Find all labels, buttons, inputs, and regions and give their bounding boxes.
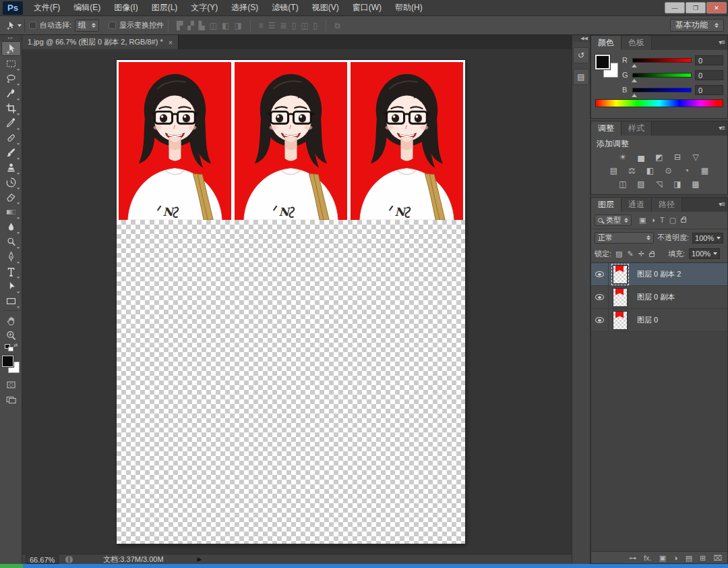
delete-layer-icon[interactable]: ⌧ (713, 552, 722, 563)
tab-styles[interactable]: 样式 (621, 121, 652, 136)
screen-mode-button[interactable] (1, 392, 21, 407)
blur-tool[interactable] (1, 219, 21, 234)
restore-button[interactable]: ❐ (686, 2, 706, 13)
opacity-field[interactable]: 100% (692, 233, 723, 244)
foreground-color-swatch[interactable] (2, 356, 13, 367)
vibrance-icon[interactable]: ▽ (690, 152, 702, 163)
auto-select-checkbox[interactable] (29, 22, 36, 29)
tab-color[interactable]: 颜色 (591, 36, 621, 50)
auto-select-dropdown[interactable]: 组 (75, 20, 99, 32)
distribute-right-icon[interactable]: ▯ (313, 19, 318, 32)
distribute-top-icon[interactable]: ≡ (259, 19, 264, 32)
close-button[interactable]: ✕ (706, 2, 727, 13)
distribute-bottom-icon[interactable]: ≣ (280, 19, 287, 32)
channel-mixer-icon[interactable]: ◔ (681, 166, 692, 176)
menu-file[interactable]: 文件(F) (27, 0, 67, 16)
minimize-button[interactable]: — (665, 2, 685, 13)
filter-smart-objects-icon[interactable] (681, 219, 686, 223)
tab-paths[interactable]: 路径 (652, 198, 682, 212)
menu-filter[interactable]: 滤镜(T) (265, 0, 305, 16)
hand-tool[interactable] (1, 313, 21, 328)
menu-select[interactable]: 选择(S) (224, 0, 265, 16)
visibility-toggle[interactable] (591, 286, 609, 308)
color-balance-icon[interactable]: ⚖ (626, 166, 638, 176)
blend-mode-dropdown[interactable]: 正常 (595, 232, 654, 244)
type-tool[interactable] (1, 264, 21, 279)
new-adjustment-layer-icon[interactable]: ◑ (673, 552, 678, 563)
visibility-toggle[interactable] (591, 263, 609, 285)
curves-icon[interactable]: ◩ (654, 152, 665, 163)
eraser-tool[interactable] (1, 190, 21, 204)
exposure-icon[interactable]: ⊟ (672, 152, 684, 163)
filter-type-layers-icon[interactable]: T (660, 216, 665, 225)
dodge-tool[interactable] (1, 234, 21, 249)
properties-panel-icon[interactable]: ▤ (573, 69, 589, 85)
menu-image[interactable]: 图像(I) (107, 0, 144, 16)
color-panel-swatches[interactable] (595, 55, 618, 78)
filter-shape-layers-icon[interactable]: ▢ (669, 216, 676, 225)
lock-pixels-icon[interactable]: ✎ (627, 250, 633, 258)
history-brush-tool[interactable] (1, 175, 21, 190)
lock-transparency-icon[interactable]: ▨ (615, 250, 622, 258)
show-transform-checkbox[interactable] (109, 22, 116, 29)
new-layer-icon[interactable]: ⊞ (700, 552, 706, 563)
panel-menu-icon[interactable]: ▾≡ (719, 200, 725, 208)
foreground-background-swatches[interactable] (2, 356, 20, 373)
toolbar-grip[interactable]: ▸▸ (0, 35, 22, 41)
panel-menu-icon[interactable]: ▾≡ (719, 124, 725, 132)
document-canvas[interactable] (117, 60, 465, 544)
swap-colors-icon[interactable]: ⇄ (13, 343, 18, 348)
distribute-left-icon[interactable]: ▯ (292, 19, 297, 32)
tab-swatches[interactable]: 色板 (621, 36, 652, 50)
blue-value-field[interactable]: 0 (695, 85, 723, 95)
tab-adjustments[interactable]: 调整 (591, 121, 621, 136)
black-white-icon[interactable]: ◧ (644, 166, 656, 176)
expand-panels-icon[interactable]: ◀◀ (572, 35, 590, 42)
layer-row[interactable]: 图层 0 (591, 309, 727, 332)
tool-preset-picker[interactable] (3, 19, 25, 32)
visibility-toggle[interactable] (591, 309, 609, 331)
menu-type[interactable]: 文字(Y) (184, 0, 224, 16)
tab-close-icon[interactable]: × (169, 38, 173, 47)
brightness-contrast-icon[interactable]: ☀ (617, 152, 629, 163)
add-layer-mask-icon[interactable]: ▣ (659, 552, 666, 563)
marquee-tool[interactable] (1, 56, 21, 71)
quick-mask-button[interactable] (1, 377, 21, 392)
invert-icon[interactable]: ◫ (617, 179, 629, 190)
panel-menu-icon[interactable]: ▾≡ (719, 38, 725, 46)
lock-position-icon[interactable]: ✛ (638, 250, 644, 258)
green-value-field[interactable]: 0 (695, 70, 723, 80)
filter-adjustment-layers-icon[interactable]: ◑ (650, 216, 655, 225)
align-bottom-icon[interactable]: ▙ (199, 19, 205, 32)
layer-thumbnail[interactable] (613, 311, 628, 330)
history-panel-icon[interactable]: ↺ (573, 47, 589, 63)
auto-align-layers-icon[interactable]: ⧉ (334, 19, 340, 32)
fill-field[interactable]: 100% (689, 248, 720, 259)
new-group-icon[interactable]: ▤ (686, 552, 692, 563)
blue-slider[interactable] (632, 88, 692, 92)
color-lookup-icon[interactable]: ▦ (699, 166, 710, 176)
crop-tool[interactable] (1, 101, 21, 115)
layer-name[interactable]: 图层 0 副本 (637, 292, 675, 302)
layer-row[interactable]: 图层 0 副本 2 (591, 263, 727, 286)
slider-thumb[interactable] (632, 94, 637, 97)
red-value-field[interactable]: 0 (695, 55, 723, 65)
align-vcenter-icon[interactable]: ▞ (187, 19, 193, 32)
path-selection-tool[interactable] (1, 279, 21, 293)
distribute-hcenter-icon[interactable]: ◫ (301, 19, 308, 32)
levels-icon[interactable]: ▅ (636, 152, 647, 163)
layer-name[interactable]: 图层 0 (637, 315, 658, 325)
menu-layer[interactable]: 图层(L) (145, 0, 185, 16)
align-left-icon[interactable]: ◫ (210, 19, 217, 32)
layer-thumbnail[interactable] (613, 288, 628, 307)
tab-channels[interactable]: 通道 (621, 198, 652, 212)
color-spectrum-ramp[interactable] (595, 99, 723, 107)
menu-window[interactable]: 窗口(W) (346, 0, 388, 16)
gradient-tool[interactable] (1, 204, 21, 219)
move-tool[interactable] (1, 41, 21, 56)
lasso-tool[interactable] (1, 71, 21, 86)
zoom-tool[interactable] (1, 328, 21, 343)
align-top-icon[interactable]: ▛ (177, 19, 183, 32)
pen-tool[interactable] (1, 249, 21, 264)
filter-pixel-layers-icon[interactable]: ▣ (639, 216, 646, 225)
